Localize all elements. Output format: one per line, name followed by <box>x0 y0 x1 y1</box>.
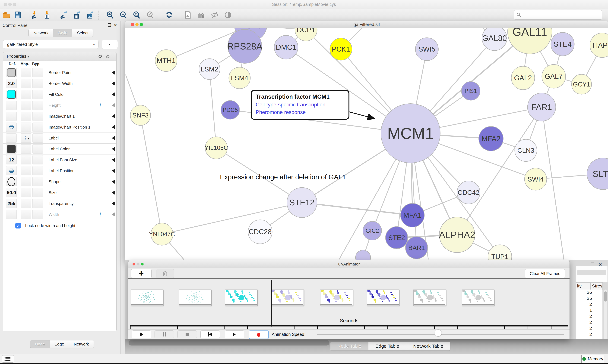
save-session-icon[interactable] <box>14 11 22 19</box>
property-row-border-paint[interactable]: Border Paint <box>3 67 116 78</box>
import-table-icon[interactable] <box>43 11 51 19</box>
property-row-image-chart-1[interactable]: Image/Chart 1 <box>3 111 116 122</box>
close-window-icon[interactable] <box>131 23 134 26</box>
import-network-icon[interactable] <box>30 11 38 19</box>
panel-list-button[interactable] <box>2 355 14 363</box>
bypass-cell[interactable] <box>32 144 43 154</box>
bypass-cell[interactable] <box>32 90 43 99</box>
tab-style[interactable]: Style <box>53 29 72 37</box>
previous-frame-button[interactable] <box>200 330 220 338</box>
bypass-cell[interactable] <box>32 199 43 208</box>
expand-all-icon[interactable] <box>97 54 103 59</box>
property-row-size[interactable]: 50.0Size <box>3 187 116 198</box>
property-row-label-color[interactable]: Label Color <box>3 143 116 154</box>
property-row-width[interactable]: Widthi <box>3 209 116 220</box>
default-value-cell[interactable]: 2.0 <box>6 79 17 88</box>
expand-property-icon[interactable] <box>112 201 115 206</box>
property-row-transparency[interactable]: 255Transparency <box>3 198 116 209</box>
close-panel-icon[interactable]: ✕ <box>114 23 117 27</box>
style-options-button[interactable]: ▾ <box>102 40 118 49</box>
table-toolbar-button[interactable] <box>577 270 606 275</box>
bypass-cell[interactable] <box>32 112 43 121</box>
cyanimator-titlebar[interactable]: CyAnimator <box>128 260 569 268</box>
network-window-titlebar[interactable]: galFiltered.sif <box>125 21 608 28</box>
refresh-layout-icon[interactable] <box>165 11 173 19</box>
timeline-frame-5[interactable] <box>367 289 399 306</box>
app-zoom-icon[interactable] <box>13 3 16 6</box>
annotation-link[interactable]: Cell-type-specific transcription <box>256 102 344 108</box>
default-value-cell[interactable]: 50.0 <box>6 188 17 197</box>
annotation-link[interactable]: Pheromone response <box>256 109 344 115</box>
export-image-icon[interactable] <box>86 11 94 19</box>
app-minimize-icon[interactable] <box>8 3 12 6</box>
bypass-cell[interactable] <box>32 68 43 77</box>
close-panel-icon[interactable]: ✕ <box>598 262 602 267</box>
properties-header[interactable]: Properties ▾ <box>7 54 29 59</box>
expand-property-icon[interactable] <box>112 158 115 162</box>
table-column-header[interactable]: ity <box>577 284 581 288</box>
property-row-label-font-size[interactable]: 12Label Font Size <box>3 154 116 165</box>
default-value-cell[interactable] <box>6 90 17 99</box>
expand-property-icon[interactable] <box>112 81 115 86</box>
bypass-cell[interactable] <box>32 79 43 88</box>
default-value-cell[interactable] <box>6 68 17 77</box>
mapping-cell[interactable] <box>21 112 31 121</box>
timeline-frame-0[interactable] <box>131 289 163 306</box>
timeline-frame-1[interactable] <box>179 289 211 306</box>
mapping-cell[interactable] <box>21 123 31 132</box>
add-frame-button[interactable]: ✚ <box>131 269 152 278</box>
float-window-icon[interactable]: ❐ <box>591 262 594 267</box>
bypass-cell[interactable] <box>32 166 43 175</box>
mapping-cell[interactable] <box>21 90 31 99</box>
bypass-cell[interactable] <box>32 101 43 110</box>
bypass-cell[interactable] <box>32 155 43 164</box>
bypass-cell[interactable] <box>32 133 43 143</box>
expand-property-icon[interactable] <box>112 191 115 195</box>
network-canvas[interactable]: RPS28BRPS28ADCP1DMC1PCK1MTH1LSM2LSM4SNF3… <box>125 28 608 260</box>
close-window-icon[interactable] <box>133 263 135 265</box>
bypass-cell[interactable] <box>32 177 43 186</box>
tab-select[interactable]: Select <box>72 29 93 37</box>
float-window-icon[interactable]: ❐ <box>108 23 111 27</box>
mapping-cell[interactable] <box>21 68 31 77</box>
property-row-border-width[interactable]: 2.0Border Width <box>3 78 116 89</box>
annotation-box[interactable]: Transcription factor MCM1 Cell-type-spec… <box>251 90 349 120</box>
delete-frame-button[interactable] <box>156 269 174 278</box>
default-value-cell[interactable] <box>6 112 17 121</box>
default-value-cell[interactable] <box>6 133 17 143</box>
next-frame-button[interactable] <box>225 330 244 338</box>
zoom-out-icon[interactable] <box>119 11 127 19</box>
mapping-cell[interactable] <box>21 101 31 110</box>
timeline-frame-3[interactable] <box>271 289 304 306</box>
expand-property-icon[interactable] <box>112 103 115 107</box>
search-input[interactable] <box>514 10 602 20</box>
expand-property-icon[interactable] <box>112 125 115 129</box>
record-button[interactable] <box>249 330 269 339</box>
default-value-cell[interactable] <box>6 123 17 132</box>
mapping-cell[interactable] <box>21 177 31 186</box>
clear-all-frames-button[interactable]: Clear All Frames <box>525 269 565 278</box>
default-value-cell[interactable] <box>6 144 17 154</box>
expand-property-icon[interactable] <box>112 180 115 184</box>
expand-property-icon[interactable] <box>112 212 115 217</box>
table-switch-node[interactable]: Node <box>30 340 50 348</box>
app-close-icon[interactable] <box>4 3 7 6</box>
expand-property-icon[interactable] <box>112 147 115 151</box>
export-table-icon[interactable] <box>72 11 81 19</box>
table-vertical-scrollbar[interactable] <box>604 289 607 339</box>
zoom-selected-icon[interactable] <box>146 11 154 19</box>
timeline-frame-6[interactable] <box>414 289 446 306</box>
node-nodeb[interactable] <box>356 250 371 260</box>
lock-node-size-checkbox[interactable]: ✓ <box>15 223 21 229</box>
animation-speed-handle[interactable] <box>435 329 442 337</box>
play-button[interactable] <box>132 330 151 338</box>
timeline-frame-4[interactable] <box>320 289 353 306</box>
property-row-image-chart-position-1[interactable]: Image/Chart Position 1 <box>3 122 116 132</box>
default-value-cell[interactable] <box>6 177 17 186</box>
expand-property-icon[interactable] <box>112 136 115 140</box>
mapping-cell[interactable] <box>21 144 31 154</box>
bypass-cell[interactable] <box>32 188 43 197</box>
table-switch-edge[interactable]: Edge <box>50 340 69 348</box>
bypass-cell[interactable] <box>32 210 43 219</box>
expand-property-icon[interactable] <box>112 114 115 118</box>
